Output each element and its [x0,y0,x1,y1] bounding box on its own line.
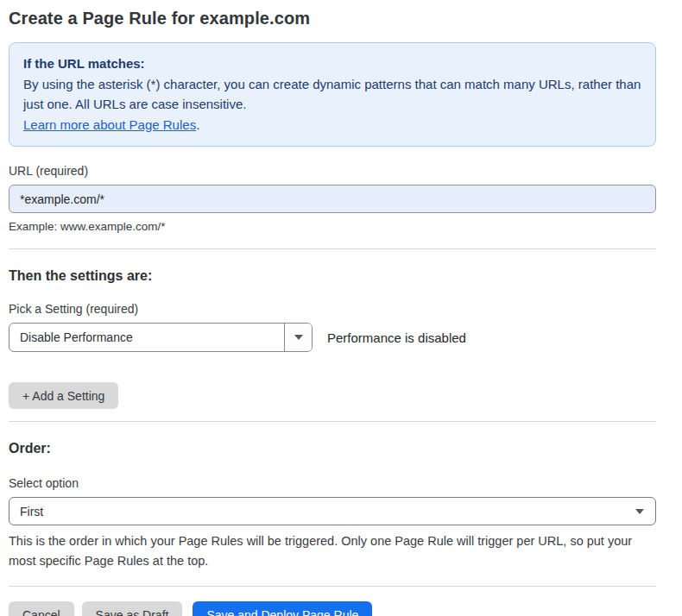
divider [9,421,656,422]
setting-status-text: Performance is disabled [327,330,466,345]
chevron-down-icon [294,335,303,340]
info-box-body: By using the asterisk (*) character, you… [23,74,641,115]
cancel-button[interactable]: Cancel [9,601,74,616]
order-select-value: First [20,505,635,519]
url-example-hint: Example: www.example.com/* [9,220,656,233]
order-select-label: Select option [9,476,656,490]
save-as-draft-button[interactable]: Save as Draft [82,601,183,616]
order-description: This is the order in which your Page Rul… [9,531,656,570]
setting-picker-label: Pick a Setting (required) [9,302,656,316]
order-select[interactable]: First [9,497,656,525]
chevron-down-icon [635,509,644,514]
divider [9,248,656,249]
page-title: Create a Page Rule for example.com [9,9,656,28]
page-rule-form: Create a Page Rule for example.com If th… [9,0,656,616]
url-field-label: URL (required) [9,164,656,178]
settings-section-heading: Then the settings are: [9,268,656,284]
url-input[interactable] [9,185,656,213]
divider [9,586,656,587]
order-section-heading: Order: [9,441,656,456]
setting-select[interactable]: Disable Performance [9,323,313,352]
setting-select-arrow-button[interactable] [284,324,312,351]
info-box-link-line: Learn more about Page Rules. [23,115,641,135]
setting-picker-row: Disable Performance Performance is disab… [9,323,656,352]
info-box-heading: If the URL matches: [23,53,641,74]
link-suffix: . [196,117,199,132]
footer-actions: Cancel Save as Draft Save and Deploy Pag… [9,601,656,616]
learn-more-link[interactable]: Learn more about Page Rules [23,117,196,132]
save-and-deploy-button[interactable]: Save and Deploy Page Rule [193,601,372,616]
add-setting-button[interactable]: + Add a Setting [9,382,118,409]
url-match-info-box: If the URL matches: By using the asteris… [9,42,656,147]
setting-select-value: Disable Performance [9,324,284,351]
